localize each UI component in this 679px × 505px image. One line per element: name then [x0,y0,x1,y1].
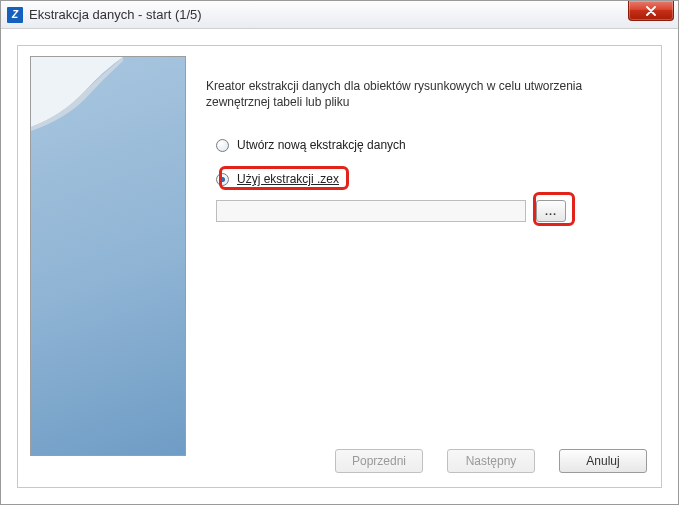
wizard-description: Kreator ekstrakcji danych dla obiektów r… [206,78,647,110]
previous-button[interactable]: Poprzedni [335,449,423,473]
button-label: Anuluj [586,454,619,468]
next-button[interactable]: Następny [447,449,535,473]
radio-icon [216,173,229,186]
cancel-button[interactable]: Anuluj [559,449,647,473]
file-path-row: ... [216,200,647,222]
title-bar: Z Ekstrakcja danych - start (1/5) [1,1,678,29]
file-path-input[interactable] [216,200,526,222]
page-curl-icon [31,57,123,149]
close-icon [645,6,657,16]
close-button[interactable] [628,1,674,21]
browse-button[interactable]: ... [536,200,566,222]
button-label: Poprzedni [352,454,406,468]
content-frame: Kreator ekstrakcji danych dla obiektów r… [17,45,662,488]
option-label: Użyj ekstrakcji .zex [237,172,339,186]
window-title: Ekstrakcja danych - start (1/5) [29,7,202,22]
option-create-new[interactable]: Utwórz nową ekstrakcję danych [216,138,647,152]
button-label: Następny [466,454,517,468]
wizard-body: Kreator ekstrakcji danych dla obiektów r… [206,56,647,475]
radio-icon [216,139,229,152]
option-label: Utwórz nową ekstrakcję danych [237,138,406,152]
option-use-existing[interactable]: Użyj ekstrakcji .zex [216,172,647,186]
button-bar: Poprzedni Następny Anuluj [206,449,647,475]
browse-label: ... [545,205,557,217]
dialog-window: Z Ekstrakcja danych - start (1/5) Kreato… [0,0,679,505]
app-icon: Z [7,7,23,23]
wizard-illustration [30,56,186,456]
